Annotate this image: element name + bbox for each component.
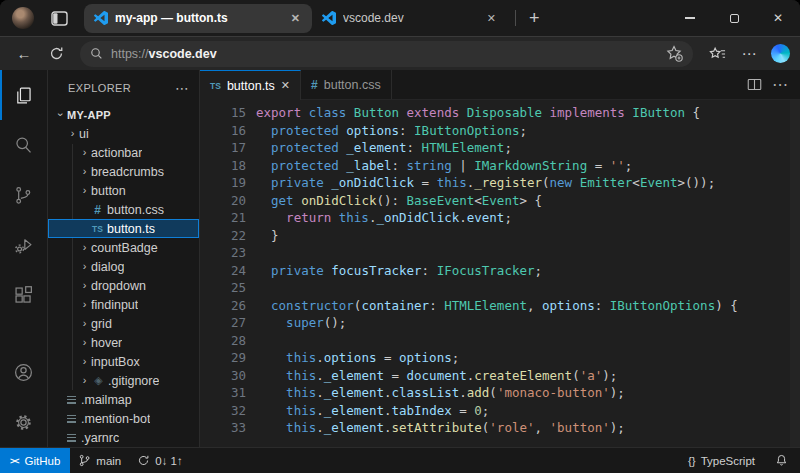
- activity-source-control-button[interactable]: [0, 170, 47, 220]
- tree-item-hover[interactable]: ›hover: [48, 333, 199, 352]
- tree-item-actionbar[interactable]: ›actionbar: [48, 143, 199, 162]
- back-button[interactable]: ←: [10, 40, 38, 68]
- tree-item-button-css[interactable]: #button.css: [48, 200, 199, 219]
- tree-item-button[interactable]: ›button: [48, 181, 199, 200]
- branch-indicator[interactable]: main: [70, 448, 129, 473]
- tree-item-my-app[interactable]: ›MY-APP: [48, 105, 199, 124]
- code-line: 31 this._element.classList.add('monaco-b…: [200, 384, 800, 402]
- chevron-icon: ›: [78, 280, 91, 291]
- address-bar[interactable]: https://vscode.dev: [80, 41, 693, 67]
- tree-item-dialog[interactable]: ›dialog: [48, 257, 199, 276]
- chevron-icon: ›: [78, 299, 91, 310]
- account-icon: [13, 362, 34, 383]
- line-number: 23: [200, 244, 246, 262]
- settings-gear-button[interactable]: [0, 397, 47, 447]
- minimize-icon: [685, 17, 695, 18]
- activity-explorer-button[interactable]: [0, 70, 47, 120]
- maximize-icon: [730, 14, 739, 23]
- favorites-button[interactable]: [703, 40, 731, 68]
- new-tab-button[interactable]: +: [523, 9, 546, 27]
- editor-scrollbar[interactable]: [790, 100, 800, 447]
- tree-item-grid[interactable]: ›grid: [48, 314, 199, 333]
- tree-item--yarnrc[interactable]: .yarnrc: [48, 428, 199, 447]
- chevron-icon: ›: [78, 166, 91, 177]
- add-favorite-icon[interactable]: [666, 45, 683, 62]
- line-number: 33: [200, 419, 246, 437]
- tab-actions-icon[interactable]: [44, 4, 74, 32]
- tree-item-countbadge[interactable]: ›countBadge: [48, 238, 199, 257]
- split-editor-icon[interactable]: [747, 77, 762, 92]
- close-button[interactable]: ✕: [756, 0, 800, 36]
- language-label: TypeScript: [701, 455, 755, 467]
- tab-title: vscode.dev: [343, 11, 478, 25]
- accounts-button[interactable]: [0, 347, 47, 397]
- statusbar-right: {} TypeScript: [680, 448, 800, 473]
- activity-run-debug-button[interactable]: [0, 220, 47, 270]
- explorer-more-icon[interactable]: ⋯: [175, 80, 189, 96]
- tree-item-label: button.ts: [107, 222, 155, 236]
- editor-tab-button-css[interactable]: # button.css: [301, 70, 392, 99]
- css-file-icon: #: [90, 203, 105, 217]
- maximize-button[interactable]: [712, 0, 756, 36]
- git-branch-icon: [78, 454, 91, 467]
- typescript-file-icon: TS: [210, 81, 221, 91]
- line-number: 32: [200, 402, 246, 420]
- language-indicator[interactable]: {} TypeScript: [680, 455, 763, 467]
- tree-item-button-ts[interactable]: TSbutton.ts: [48, 219, 199, 238]
- line-number: 30: [200, 367, 246, 385]
- url-text[interactable]: https://vscode.dev: [111, 47, 658, 61]
- code-editor[interactable]: 15export class Button extends Disposable…: [200, 100, 800, 447]
- tab-close-icon[interactable]: ✕: [289, 11, 302, 26]
- tab-close-icon[interactable]: ✕: [281, 79, 290, 92]
- activity-search-button[interactable]: [0, 120, 47, 170]
- code-text: this._element.classList.add('monaco-butt…: [246, 384, 625, 402]
- activity-extensions-button[interactable]: [0, 270, 47, 320]
- chevron-icon: ›: [78, 375, 91, 386]
- tree-item-label: button.css: [107, 203, 164, 217]
- editor-tab-label: button.css: [324, 78, 381, 92]
- minimize-button[interactable]: [668, 0, 712, 36]
- line-number: 16: [200, 122, 246, 140]
- statusbar-spacer: [191, 448, 680, 473]
- notifications-button[interactable]: [767, 454, 796, 467]
- line-number: 20: [200, 192, 246, 210]
- refresh-button[interactable]: [42, 40, 70, 68]
- code-line: 16 protected options: IButtonOptions;: [200, 122, 800, 140]
- editor-tab-button-ts[interactable]: TS button.ts ✕: [200, 70, 301, 100]
- line-number: 28: [200, 332, 246, 350]
- line-number: 21: [200, 209, 246, 227]
- code-line: 20 get onDidClick(): BaseEvent<Event> {: [200, 192, 800, 210]
- tree-item-inputbox[interactable]: ›inputBox: [48, 352, 199, 371]
- document-file-icon: [67, 396, 76, 404]
- tree-item-findinput[interactable]: ›findinput: [48, 295, 199, 314]
- copilot-icon[interactable]: [771, 44, 790, 63]
- url-scheme: https://: [111, 47, 149, 61]
- window-controls: ✕: [668, 0, 800, 36]
- tree-item--gitignore[interactable]: ›◈.gitignore: [48, 371, 199, 390]
- tab-close-icon[interactable]: ✕: [485, 11, 498, 26]
- code-text: protected options: IButtonOptions;: [246, 122, 527, 140]
- chevron-icon: ›: [78, 242, 91, 253]
- status-bar: >< GitHub main 0↓ 1↑: [0, 447, 800, 473]
- code-line: 22 }: [200, 227, 800, 245]
- browser-tab-inactive[interactable]: vscode.dev ✕: [312, 4, 508, 33]
- tree-item--mailmap[interactable]: .mailmap: [48, 390, 199, 409]
- editor-more-icon[interactable]: ⋯: [772, 75, 788, 94]
- sync-indicator[interactable]: 0↓ 1↑: [129, 448, 191, 473]
- browser-tab-active[interactable]: my-app — button.ts ✕: [84, 4, 312, 33]
- tree-item-breadcrumbs[interactable]: ›breadcrumbs: [48, 162, 199, 181]
- line-number: 22: [200, 227, 246, 245]
- profile-avatar[interactable]: [12, 7, 34, 29]
- editor-tab-label: button.ts: [227, 79, 275, 93]
- tree-item-label: actionbar: [91, 146, 142, 160]
- line-number: 31: [200, 384, 246, 402]
- tree-item--mention-bot[interactable]: .mention-bot: [48, 409, 199, 428]
- code-line: 30 this._element = document.createElemen…: [200, 367, 800, 385]
- tree-item-dropdown[interactable]: ›dropdown: [48, 276, 199, 295]
- search-icon: [90, 47, 103, 60]
- tree-item-ui[interactable]: ›ui: [48, 124, 199, 143]
- document-file-icon: [67, 434, 76, 442]
- remote-indicator[interactable]: >< GitHub: [0, 448, 70, 473]
- tab-title: my-app — button.ts: [115, 11, 282, 25]
- settings-more-button[interactable]: ⋯: [735, 40, 763, 68]
